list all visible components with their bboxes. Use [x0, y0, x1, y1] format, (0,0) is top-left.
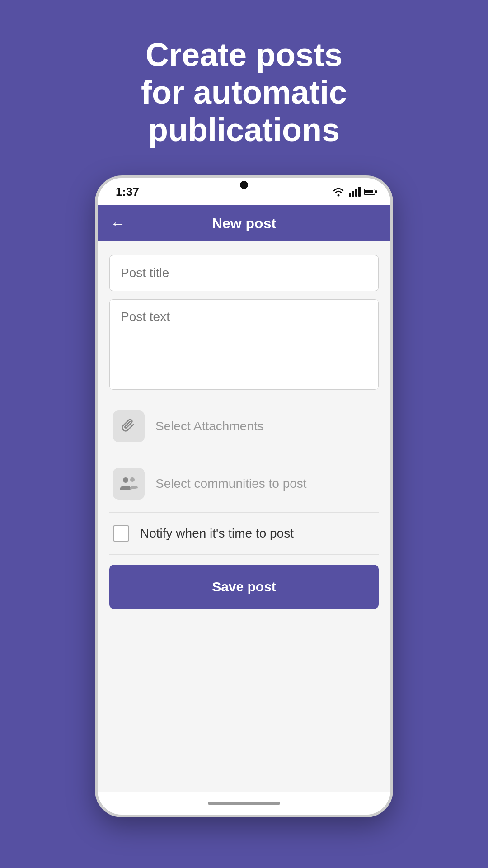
camera-dot [240, 181, 248, 189]
notify-label: Notify when it's time to post [140, 526, 294, 541]
signal-icon [349, 187, 361, 197]
save-post-button[interactable]: Save post [109, 565, 379, 609]
communities-icon-box [113, 468, 145, 500]
communities-icon [120, 476, 138, 492]
select-attachments-row[interactable]: Select Attachments [109, 398, 379, 455]
screen-title: New post [212, 215, 276, 232]
divider-3 [109, 554, 379, 555]
headline-line1: Create posts [145, 37, 343, 73]
home-bar [208, 802, 280, 805]
home-indicator [98, 792, 390, 815]
battery-icon [364, 188, 377, 195]
svg-rect-6 [365, 190, 373, 193]
select-communities-label: Select communities to post [155, 476, 307, 491]
svg-rect-4 [358, 187, 361, 197]
svg-rect-7 [375, 190, 377, 193]
svg-point-9 [130, 477, 135, 482]
notch [226, 178, 262, 192]
headline-line3: publications [148, 112, 340, 148]
status-icons [332, 187, 377, 197]
post-text-input[interactable] [109, 299, 379, 390]
notify-checkbox[interactable] [113, 525, 129, 542]
form-area: Select Attachments Select communities to… [98, 241, 390, 792]
notify-row[interactable]: Notify when it's time to post [109, 513, 379, 554]
svg-rect-2 [352, 191, 354, 197]
top-nav-bar: ← New post [98, 205, 390, 241]
svg-point-8 [123, 477, 128, 483]
phone-shell: 1:37 [95, 175, 393, 817]
status-time: 1:37 [116, 185, 139, 199]
headline-line2: for automatic [141, 74, 347, 110]
svg-point-0 [338, 194, 340, 197]
attachments-icon-box [113, 410, 145, 442]
headline: Create posts for automatic publications [114, 36, 374, 148]
svg-rect-1 [349, 193, 351, 197]
select-attachments-label: Select Attachments [155, 419, 264, 434]
select-communities-row[interactable]: Select communities to post [109, 455, 379, 512]
post-title-input[interactable] [109, 255, 379, 291]
status-bar: 1:37 [98, 178, 390, 205]
back-button[interactable]: ← [110, 215, 126, 232]
svg-rect-3 [355, 189, 357, 197]
paperclip-icon [121, 418, 137, 434]
wifi-icon [332, 187, 345, 197]
